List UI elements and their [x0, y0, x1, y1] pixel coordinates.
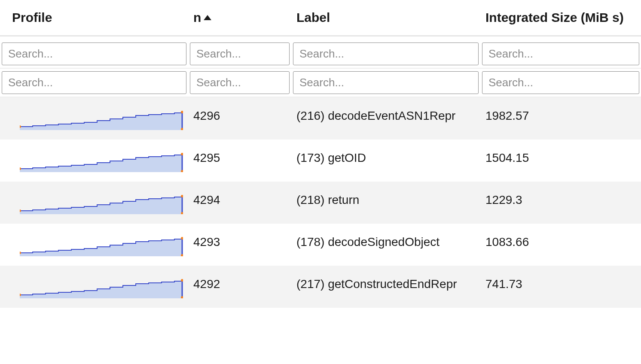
- cell-n: 4293: [188, 224, 291, 266]
- cell-n: 4295: [188, 140, 291, 182]
- cell-label: (217) getConstructedEndRepr: [291, 266, 480, 308]
- cell-label: (173) getOID: [291, 140, 480, 182]
- cell-integrated-size: 741.73: [480, 266, 641, 308]
- cell-profile: [0, 266, 188, 308]
- cell-integrated-size: 1083.66: [480, 224, 641, 266]
- column-header-label: Profile: [12, 10, 52, 24]
- cell-integrated-size: 1229.3: [480, 182, 641, 224]
- sparkline-chart: [20, 109, 183, 130]
- cell-label: (178) decodeSignedObject: [291, 224, 480, 266]
- table-row[interactable]: 4292(217) getConstructedEndRepr741.73: [0, 266, 641, 308]
- search-row-2: [0, 68, 641, 97]
- table-row[interactable]: 4294(218) return1229.3: [0, 182, 641, 224]
- search-input-profile-2[interactable]: [2, 71, 186, 94]
- table-row[interactable]: 4293(178) decodeSignedObject1083.66: [0, 224, 641, 266]
- column-header-profile[interactable]: Profile: [0, 0, 188, 36]
- cell-n: 4296: [188, 97, 291, 140]
- cell-n: 4292: [188, 266, 291, 308]
- cell-profile: [0, 140, 188, 182]
- search-input-size-2[interactable]: [482, 71, 639, 94]
- search-input-n-2[interactable]: [190, 71, 290, 94]
- cell-profile: [0, 224, 188, 266]
- table-row[interactable]: 4295(173) getOID1504.15: [0, 140, 641, 182]
- sparkline-chart: [20, 152, 183, 172]
- cell-integrated-size: 1982.57: [480, 97, 641, 140]
- sparkline-chart: [20, 236, 183, 256]
- cell-profile: [0, 182, 188, 224]
- column-header-label-col[interactable]: Label: [291, 0, 480, 36]
- cell-integrated-size: 1504.15: [480, 140, 641, 182]
- cell-label: (218) return: [291, 182, 480, 224]
- search-input-size-1[interactable]: [482, 42, 639, 65]
- column-header-label: Integrated Size (MiB s): [485, 10, 624, 24]
- search-input-profile-1[interactable]: [2, 42, 186, 65]
- cell-profile: [0, 97, 188, 140]
- search-row-1: [0, 36, 641, 69]
- column-header-integrated-size[interactable]: Integrated Size (MiB s): [480, 0, 641, 36]
- sort-asc-icon: [204, 15, 211, 20]
- column-header-label: n: [193, 10, 201, 25]
- table-row[interactable]: 4296(216) decodeEventASN1Repr1982.57: [0, 97, 641, 140]
- cell-label: (216) decodeEventASN1Repr: [291, 97, 480, 140]
- table-header-row: Profile n Label Integrated Size (MiB s): [0, 0, 641, 36]
- search-input-label-2[interactable]: [293, 71, 479, 94]
- sparkline-chart: [20, 194, 183, 214]
- sort-toggle[interactable]: n: [193, 10, 211, 25]
- search-input-n-1[interactable]: [190, 42, 290, 65]
- cell-n: 4294: [188, 182, 291, 224]
- column-header-label: Label: [296, 10, 330, 24]
- sparkline-chart: [20, 278, 183, 298]
- data-table: Profile n Label Integrated Size (MiB s): [0, 0, 641, 308]
- search-input-label-1[interactable]: [293, 42, 479, 65]
- column-header-n[interactable]: n: [188, 0, 291, 36]
